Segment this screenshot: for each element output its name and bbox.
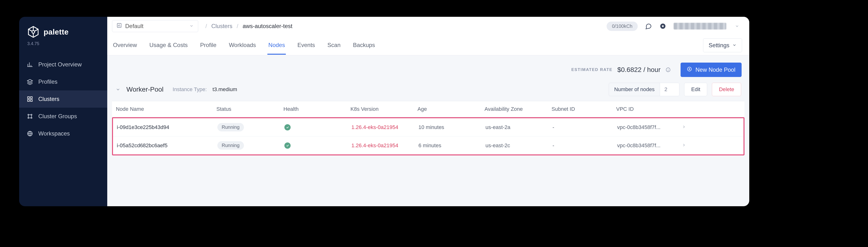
- chevron-down-icon[interactable]: [115, 87, 121, 92]
- layers-icon: [27, 79, 33, 85]
- tab-profile[interactable]: Profile: [199, 36, 217, 55]
- tab-nodes[interactable]: Nodes: [268, 36, 286, 55]
- chevron-down-icon: [189, 23, 194, 29]
- bar-chart-icon: [27, 61, 33, 67]
- status-badge: Running: [217, 123, 244, 131]
- sidebar-nav: Project Overview Profiles Clusters Clust…: [19, 56, 107, 142]
- version-label: 3.4.75: [19, 41, 107, 56]
- tab-workloads[interactable]: Workloads: [228, 36, 257, 55]
- svg-point-6: [31, 114, 32, 115]
- svg-rect-3: [28, 100, 29, 102]
- tab-overview[interactable]: Overview: [112, 36, 138, 55]
- globe-icon: [27, 131, 33, 137]
- sidebar-item-label: Project Overview: [38, 61, 82, 68]
- new-node-pool-button[interactable]: New Node Pool: [681, 62, 742, 77]
- col-age: Age: [414, 101, 481, 117]
- settings-dropdown[interactable]: Settings: [703, 38, 742, 52]
- svg-point-5: [28, 114, 29, 115]
- sidebar: palette 3.4.75 Project Overview Profiles…: [19, 17, 107, 206]
- col-status: Status: [213, 101, 280, 117]
- cluster-group-icon: [27, 113, 33, 119]
- new-node-pool-label: New Node Pool: [695, 66, 735, 73]
- num-nodes-label: Number of nodes: [609, 83, 660, 96]
- chat-icon[interactable]: [645, 23, 652, 30]
- topbar-right: 0/100kCh: [607, 22, 741, 31]
- star-icon[interactable]: [659, 23, 666, 30]
- nodes-table: Node Name Status Health K8s Version Age …: [112, 101, 744, 156]
- brand-name: palette: [43, 28, 69, 36]
- breadcrumb-current: aws-autoscaler-test: [243, 23, 292, 29]
- svg-point-8: [31, 117, 32, 118]
- sidebar-item-profiles[interactable]: Profiles: [19, 73, 107, 90]
- info-icon[interactable]: [665, 67, 671, 73]
- chevron-down-icon[interactable]: [734, 23, 741, 30]
- breadcrumb-separator: /: [206, 23, 207, 29]
- pool-header: Worker-Pool Instance Type: t3.medium Num…: [112, 83, 744, 101]
- grid-icon: [27, 96, 33, 102]
- pool-name: Worker-Pool: [126, 86, 163, 93]
- svg-rect-4: [30, 100, 32, 102]
- tab-usage-costs[interactable]: Usage & Costs: [148, 36, 189, 55]
- cell-health: [281, 138, 348, 154]
- user-identity-redacted: [674, 23, 726, 29]
- health-check-icon: [284, 124, 290, 131]
- expand-row-icon[interactable]: [678, 138, 692, 154]
- cell-status: Running: [214, 118, 281, 136]
- topbar: Default / Clusters / aws-autoscaler-test…: [107, 17, 749, 35]
- sidebar-item-workspaces[interactable]: Workspaces: [19, 125, 107, 142]
- svg-point-0: [32, 30, 34, 33]
- cell-subnet: -: [549, 119, 613, 135]
- chart-box-icon: [117, 23, 122, 29]
- rate-label: ESTIMATED RATE: [571, 67, 613, 72]
- sidebar-item-project-overview[interactable]: Project Overview: [19, 56, 107, 73]
- sidebar-item-label: Profiles: [38, 78, 58, 85]
- col-expand: [677, 101, 691, 117]
- health-check-icon: [284, 142, 290, 149]
- svg-point-7: [28, 117, 29, 118]
- cell-node-name: i-05a52cd682bc6aef5: [113, 138, 214, 154]
- expand-row-icon[interactable]: [678, 119, 692, 135]
- cell-az: us-east-2a: [482, 119, 549, 135]
- col-subnet: Subnet ID: [548, 101, 612, 117]
- num-nodes-input[interactable]: [660, 83, 679, 96]
- brand-logo[interactable]: palette: [19, 25, 107, 41]
- cell-health: [281, 119, 348, 135]
- cell-age: 6 minutes: [414, 138, 482, 154]
- edit-button[interactable]: Edit: [684, 83, 707, 96]
- delete-button[interactable]: Delete: [712, 83, 741, 96]
- chevron-down-icon: [732, 42, 737, 49]
- tab-backups[interactable]: Backups: [352, 36, 376, 55]
- col-vpc: VPC ID: [612, 101, 677, 117]
- highlighted-rows: i-09d1e3ce225b43d94 Running 1.26.4-eks-0…: [112, 117, 744, 156]
- sidebar-item-clusters[interactable]: Clusters: [19, 90, 107, 108]
- rate-row: ESTIMATED RATE $0.6822 / hour New Node P…: [112, 62, 744, 83]
- table-row[interactable]: i-05a52cd682bc6aef5 Running 1.26.4-eks-0…: [113, 136, 744, 155]
- sidebar-item-label: Clusters: [38, 96, 59, 102]
- col-az: Availability Zone: [481, 101, 548, 117]
- table-header: Node Name Status Health K8s Version Age …: [112, 101, 744, 117]
- main-content: Default / Clusters / aws-autoscaler-test…: [107, 17, 749, 206]
- tabs: Overview Usage & Costs Profile Workloads…: [107, 35, 749, 55]
- sidebar-item-cluster-groups[interactable]: Cluster Groups: [19, 108, 107, 125]
- cell-node-name: i-09d1e3ce225b43d94: [113, 119, 214, 135]
- sidebar-item-label: Cluster Groups: [38, 113, 77, 120]
- cell-age: 10 minutes: [414, 119, 482, 135]
- credits-pill[interactable]: 0/100kCh: [607, 22, 638, 31]
- tab-events[interactable]: Events: [297, 36, 316, 55]
- cell-k8s-version[interactable]: 1.26.4-eks-0a21954: [348, 138, 414, 154]
- cell-vpc: vpc-0c8b3458f7f...: [613, 138, 678, 154]
- instance-type-value: t3.medium: [213, 86, 237, 92]
- cell-subnet: -: [549, 138, 613, 154]
- breadcrumb-parent[interactable]: Clusters: [211, 23, 232, 29]
- status-badge: Running: [217, 141, 244, 149]
- cell-az: us-east-2c: [482, 138, 549, 154]
- breadcrumb: / Clusters / aws-autoscaler-test: [206, 23, 292, 29]
- tab-scan[interactable]: Scan: [327, 36, 342, 55]
- sidebar-item-label: Workspaces: [38, 130, 70, 137]
- project-selector[interactable]: Default: [112, 20, 198, 32]
- cell-k8s-version[interactable]: 1.26.4-eks-0a21954: [348, 119, 414, 135]
- col-health: Health: [280, 101, 347, 117]
- table-row[interactable]: i-09d1e3ce225b43d94 Running 1.26.4-eks-0…: [113, 118, 744, 136]
- nodes-panel: ESTIMATED RATE $0.6822 / hour New Node P…: [107, 55, 749, 156]
- settings-label: Settings: [709, 42, 730, 49]
